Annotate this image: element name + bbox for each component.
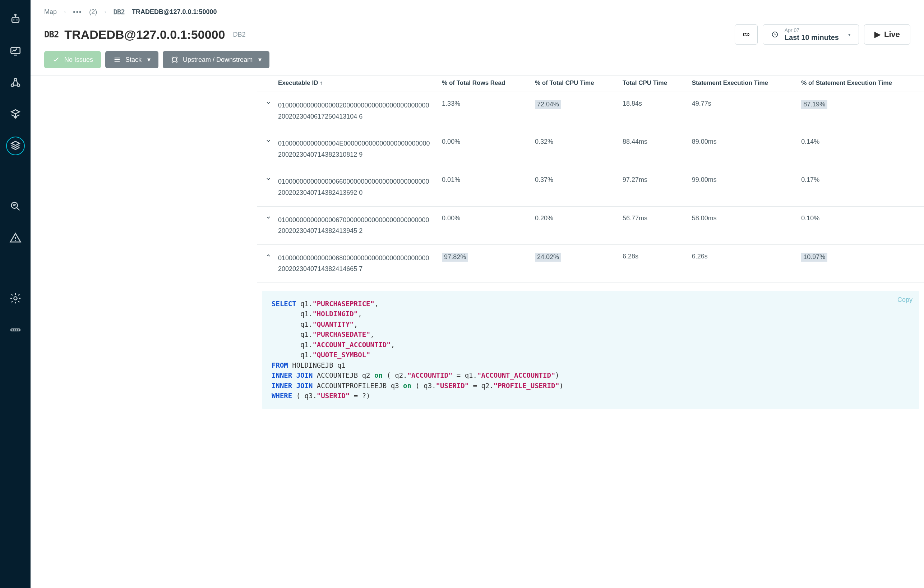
cell-rows: 97.82%	[437, 244, 530, 282]
chevron-up-icon	[266, 253, 271, 258]
cell-cpu_pct: 0.32%	[530, 130, 617, 168]
nodes-icon	[9, 76, 21, 89]
db-type-label: DB2	[233, 31, 245, 38]
left-panel-spacer	[31, 76, 257, 588]
sidebar-item-dashboard[interactable]	[6, 42, 25, 60]
expand-toggle[interactable]	[257, 130, 273, 168]
db-type-badge: DB2	[44, 30, 59, 40]
updown-button[interactable]: Upstream / Downstream ▾	[163, 51, 269, 68]
play-icon: ▶	[874, 30, 881, 39]
monitor-icon	[9, 45, 21, 57]
copy-button[interactable]: Copy	[898, 295, 912, 305]
expand-toggle[interactable]	[257, 168, 273, 206]
check-icon	[52, 56, 60, 64]
svg-point-12	[13, 329, 14, 330]
cell-cpu_time: 56.77ms	[617, 206, 687, 244]
svg-point-18	[172, 61, 173, 63]
col-stmt-pct[interactable]: % of Statement Execution Time	[796, 76, 924, 92]
chevron-right-icon: ›	[104, 8, 106, 15]
cell-stmt_pct: 0.14%	[796, 130, 924, 168]
cell-stmt_time: 49.77s	[687, 92, 796, 130]
page-title: TRADEDB@127.0.0.1:50000	[64, 28, 225, 42]
col-executable-id[interactable]: Executable ID	[273, 76, 437, 92]
cell-cpu_time: 18.84s	[617, 92, 687, 130]
chevron-down-icon	[266, 138, 271, 144]
svg-point-8	[11, 202, 17, 208]
cell-rows: 1.33%	[437, 92, 530, 130]
col-cpu-time[interactable]: Total CPU Time	[617, 76, 687, 92]
content: Executable ID % of Total Rows Read % of …	[31, 76, 924, 588]
sql-code-block: CopySELECT q1."PURCHASEPRICE", q1."HOLDI…	[262, 291, 919, 409]
cell-cpu_time: 97.27ms	[617, 168, 687, 206]
svg-point-5	[14, 78, 16, 81]
breadcrumb: Map › ••• (2) › DB2 TRADEDB@127.0.0.1:50…	[31, 0, 924, 18]
live-button[interactable]: ▶ Live	[864, 25, 910, 45]
stack-icon	[9, 140, 21, 152]
robot-icon	[9, 13, 21, 25]
sidebar	[0, 0, 31, 588]
chevron-down-icon: ▾	[258, 56, 262, 64]
expand-toggle[interactable]	[257, 206, 273, 244]
cell-stmt_pct: 0.17%	[796, 168, 924, 206]
sidebar-item-alerts[interactable]	[6, 229, 25, 247]
sidebar-item-analyze[interactable]	[6, 197, 25, 216]
copy-link-button[interactable]	[735, 25, 758, 45]
svg-point-9	[15, 240, 15, 241]
sidebar-item-home[interactable]	[6, 10, 25, 29]
svg-point-1	[13, 20, 14, 20]
chevron-down-icon	[266, 176, 271, 182]
sidebar-item-settings[interactable]	[6, 289, 25, 308]
link-icon	[742, 30, 751, 39]
table-row: 01000000000000004E0000000000000000000000…	[257, 130, 924, 168]
cell-stmt_time: 58.00ms	[687, 206, 796, 244]
col-cpu-pct[interactable]: % of Total CPU Time	[530, 76, 617, 92]
sidebar-item-more[interactable]	[6, 320, 25, 339]
svg-point-14	[16, 329, 18, 330]
cell-stmt_pct: 10.97%	[796, 244, 924, 282]
svg-point-2	[16, 20, 17, 20]
time-range-value: Last 10 minutes	[785, 33, 839, 41]
clock-icon	[771, 31, 779, 38]
cell-rows: 0.00%	[437, 206, 530, 244]
cell-stmt_time: 6.26s	[687, 244, 796, 282]
search-lines-icon	[9, 200, 21, 212]
cell-cpu_time: 6.28s	[617, 244, 687, 282]
cell-cpu_pct: 72.04%	[530, 92, 617, 130]
live-label: Live	[884, 30, 900, 39]
gear-icon	[9, 292, 21, 304]
cell-executable-id: 0100000000000000670000000000000000000000…	[273, 206, 437, 244]
col-rows-read[interactable]: % of Total Rows Read	[437, 76, 530, 92]
breadcrumb-count[interactable]: (2)	[89, 8, 97, 16]
ellipsis-icon	[9, 324, 21, 336]
cell-stmt_time: 99.00ms	[687, 168, 796, 206]
sidebar-item-topology[interactable]	[6, 73, 25, 92]
breadcrumb-db-icon: DB2	[114, 8, 125, 16]
col-stmt-time[interactable]: Statement Execution Time	[687, 76, 796, 92]
table-row: 0100000000000000020000000000000000000000…	[257, 92, 924, 130]
sidebar-item-layers[interactable]	[6, 105, 25, 124]
breadcrumb-collapsed[interactable]: •••	[73, 8, 82, 16]
stack-label: Stack	[125, 56, 142, 64]
sidebar-item-stack[interactable]	[6, 137, 25, 155]
expand-toggle[interactable]	[257, 92, 273, 130]
svg-point-3	[15, 14, 16, 15]
no-issues-button[interactable]: No Issues	[44, 51, 101, 68]
statements-table: Executable ID % of Total Rows Read % of …	[257, 76, 924, 417]
expand-toggle[interactable]	[257, 244, 273, 282]
breadcrumb-root[interactable]: Map	[44, 8, 57, 16]
cell-cpu_pct: 0.37%	[530, 168, 617, 206]
stack-button[interactable]: Stack ▾	[105, 51, 158, 68]
page-header: DB2 TRADEDB@127.0.0.1:50000 DB2 Apr 07 L…	[31, 18, 924, 49]
chevron-down-icon: ▾	[848, 32, 851, 37]
chevron-down-icon	[266, 100, 271, 106]
breadcrumb-current: TRADEDB@127.0.0.1:50000	[132, 8, 217, 16]
chevron-right-icon: ›	[64, 8, 66, 15]
stack-lines-icon	[113, 56, 121, 64]
cell-cpu_time: 88.44ms	[617, 130, 687, 168]
svg-point-17	[176, 57, 178, 59]
cell-executable-id: 0100000000000000020000000000000000000000…	[273, 92, 437, 130]
svg-rect-0	[12, 17, 19, 22]
cell-stmt_pct: 0.10%	[796, 206, 924, 244]
time-range-button[interactable]: Apr 07 Last 10 minutes ▾	[763, 25, 859, 45]
network-icon	[171, 56, 178, 64]
